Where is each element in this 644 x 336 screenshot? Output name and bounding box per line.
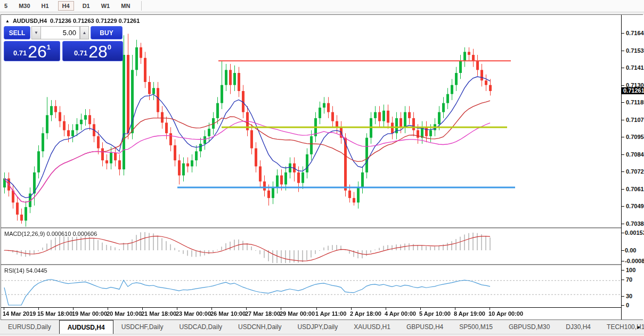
timeframe-button-h4[interactable]: H4 <box>58 1 74 11</box>
macd-axis-label: 0.00 <box>625 247 636 253</box>
macd-axis-label: -0.000835 <box>625 258 644 264</box>
chart-symbol-period: AUDUSD,H4 <box>13 18 47 24</box>
price-axis-label: 0.70495 <box>626 203 644 209</box>
pane-separator[interactable] <box>1 264 643 265</box>
chart-tab-gbpusd-h4[interactable]: GBPUSD,H4 <box>398 320 451 334</box>
volume-input[interactable] <box>40 26 80 39</box>
time-axis-tick <box>386 308 386 310</box>
price-axis-tick <box>622 51 624 51</box>
rsi-axis-label: 70 <box>626 276 632 283</box>
price-axis-tick <box>622 206 624 207</box>
price-axis-label: 0.71415 <box>626 64 644 71</box>
status-strip <box>0 334 644 336</box>
chart-tab-sp500-m15[interactable]: SP500,M15 <box>451 320 501 334</box>
price-axis-tick <box>622 102 624 103</box>
volume-increase-icon[interactable]: ▲ <box>80 26 89 39</box>
price-axis-label: 0.71645 <box>626 30 644 36</box>
timeframe-button-w1[interactable]: W1 <box>99 2 112 10</box>
time-axis-tick <box>38 308 39 310</box>
time-axis-tick <box>177 308 177 310</box>
sell-price-point: 1 <box>47 43 51 51</box>
sell-price-pips: 26 <box>28 44 47 60</box>
rsi-pane[interactable] <box>2 266 622 307</box>
sell-price-prefix: 0.71 <box>13 49 27 57</box>
rsi-axis-label: 100 <box>626 267 635 273</box>
rsi-axis-tick <box>622 270 624 271</box>
timeframe-button-h1[interactable]: H1 <box>39 2 51 10</box>
time-axis-tick <box>73 308 74 310</box>
time-axis-label: 20 Mar 10:00 <box>107 310 142 317</box>
sell-button[interactable]: SELL <box>4 26 30 39</box>
terminal-screen: 5M30H1H4D1W1MN ▲ AUDUSD,H4 0.71236 0.712… <box>0 0 644 336</box>
price-axis-tick <box>622 68 624 68</box>
tab-scroll-left-icon[interactable]: ◂ <box>630 324 633 331</box>
price-axis-tick <box>622 85 624 86</box>
macd-axis-label: 0.001538 <box>625 230 644 236</box>
volume-decrease-icon[interactable]: ▼ <box>31 26 40 39</box>
timeframe-button-d1[interactable]: D1 <box>80 2 92 10</box>
buy-price-display[interactable]: 0.71 28 0 <box>62 41 123 61</box>
sell-price-display[interactable]: 0.71 26 1 <box>4 41 60 61</box>
price-axis-label: 0.71070 <box>626 117 644 123</box>
time-axis-tick <box>4 308 4 310</box>
chart-ohlc-values: 0.71236 0.71263 0.71229 0.71261 <box>50 18 140 24</box>
chart-tab-usdchf-daily[interactable]: USDCHF,Daily <box>113 320 172 334</box>
chart-tab-usdcad-daily[interactable]: USDCAD,Daily <box>171 320 230 334</box>
toolbar-separator <box>141 1 142 11</box>
chart-title: ▲ AUDUSD,H4 0.71236 0.71263 0.71229 0.71… <box>5 18 140 24</box>
chart-tab-dj30-h4[interactable]: DJ30,H4 <box>558 320 599 334</box>
time-axis-tick <box>246 308 247 310</box>
buy-price-pips: 28 <box>88 44 108 60</box>
rsi-axis-tick <box>622 296 624 297</box>
macd-axis-tick <box>622 261 624 261</box>
time-axis-label: 2 Apr 18:00 <box>350 310 381 317</box>
current-price-tag: 0.71261 <box>622 87 644 94</box>
price-axis-label: 0.70725 <box>626 168 644 175</box>
chart-tab-usdcnh-daily[interactable]: USDCNH,Daily <box>230 320 289 334</box>
collapse-panel-icon[interactable]: ▲ <box>5 19 10 23</box>
time-axis-tick <box>455 308 455 310</box>
time-axis-tick <box>316 308 317 310</box>
rsi-axis-label: 30 <box>626 293 632 299</box>
time-axis-tick <box>351 308 352 310</box>
buy-button[interactable]: BUY <box>91 26 123 39</box>
rsi-axis-label: 0 <box>626 302 629 308</box>
buy-price-point: 0 <box>108 43 111 51</box>
price-axis-tick <box>622 120 624 120</box>
price-axis-tick <box>622 33 624 34</box>
chart-tab-eurusd-daily[interactable]: EURUSD,Daily <box>0 320 59 334</box>
timeframe-button-mn[interactable]: MN <box>119 2 132 10</box>
tab-scroll-right-icon[interactable]: ▸ <box>637 324 640 331</box>
time-axis-label: 4 Apr 00:00 <box>385 310 416 317</box>
price-axis-tick <box>622 224 624 224</box>
pane-separator[interactable] <box>1 227 643 228</box>
price-axis[interactable]: 0.716450.715300.714150.713000.711850.710… <box>622 15 644 319</box>
price-axis-tick <box>622 171 624 172</box>
time-axis[interactable]: 14 Mar 201915 Mar 18:0019 Mar 00:0020 Ma… <box>2 308 621 319</box>
chart-tab-xauusd-h1[interactable]: XAUUSD,H1 <box>346 320 398 334</box>
chart-tab-bar: EURUSD,DailyAUDUSD,H4USDCHF,DailyUSDCAD,… <box>0 320 644 334</box>
time-axis-label: 23 Mar 00:00 <box>176 310 211 317</box>
time-axis-tick <box>108 308 108 310</box>
chart-tab-audusd-h4[interactable]: AUDUSD,H4 <box>59 320 113 334</box>
timeframe-toolbar: 5M30H1H4D1W1MN <box>0 0 644 12</box>
time-axis-tick <box>142 308 143 310</box>
one-click-trading-panel: SELL ▼ ▲ BUY 0.71 26 1 0.71 28 0 <box>4 26 124 61</box>
time-axis-label: 8 Apr 19:00 <box>454 310 485 317</box>
price-axis-tick <box>622 137 624 137</box>
time-axis-tick <box>281 308 281 310</box>
timeframe-button-m30[interactable]: M30 <box>17 2 32 10</box>
rsi-axis-tick <box>622 305 624 306</box>
time-axis-label: 1 Apr 11:00 <box>315 310 346 317</box>
time-axis-tick <box>211 308 212 310</box>
rsi-indicator-label: RSI(14) 54.0445 <box>4 267 47 274</box>
time-axis-label: 15 Mar 18:00 <box>37 310 72 317</box>
time-axis-label: 10 Apr 00:00 <box>488 310 523 317</box>
time-axis-tick <box>490 308 490 310</box>
time-axis-label: 21 Mar 18:00 <box>141 310 176 317</box>
timeframe-button-5[interactable]: 5 <box>2 2 10 10</box>
chart-tab-usdjpy-daily[interactable]: USDJPY,Daily <box>289 320 346 334</box>
time-axis-label: 19 Mar 00:00 <box>72 310 107 317</box>
chart-tab-gbpusd-m30[interactable]: GBPUSD,M30 <box>501 320 558 334</box>
price-axis-label: 0.70840 <box>626 151 644 158</box>
